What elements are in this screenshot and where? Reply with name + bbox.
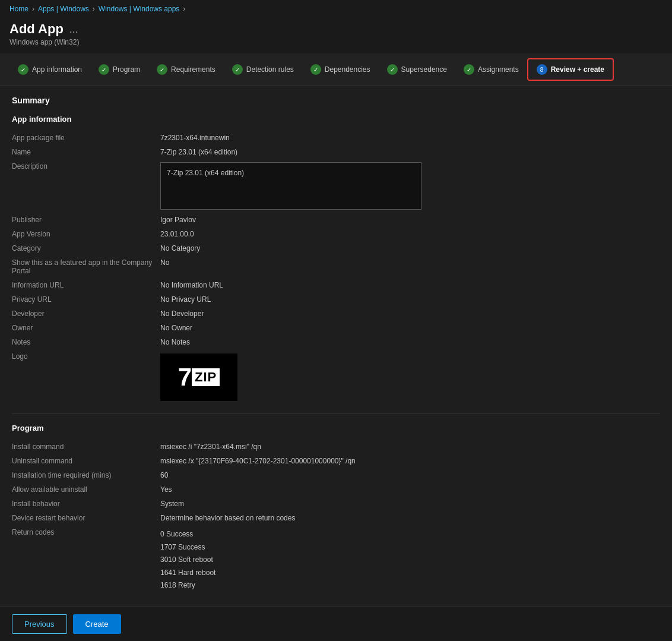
field-label-notes: Notes [12, 335, 160, 349]
main-content: Summary App information App package file… [0, 86, 672, 632]
field-label-featured-app: Show this as a featured app in the Compa… [12, 255, 160, 278]
table-row: Privacy URL No Privacy URL [12, 292, 660, 307]
table-row: Developer No Developer [12, 307, 660, 321]
logo-7zip-graphic: 7 ZIP [178, 365, 220, 390]
breadcrumb-windows[interactable]: Windows | Windows apps [99, 5, 180, 13]
program-table: Install command msiexec /i "7z2301-x64.m… [12, 440, 660, 595]
breadcrumb: Home › Apps | Windows › Windows | Window… [0, 0, 672, 18]
check-icon-app-information: ✓ [18, 64, 28, 75]
field-value-featured-app: No [160, 255, 660, 278]
table-row: Device restart behavior Determine behavi… [12, 511, 660, 525]
description-box: 7-Zip 23.01 (x64 edition) [160, 162, 421, 210]
page-header: Add App ... Windows app (Win32) [0, 18, 672, 53]
logo-7-text: 7 [178, 365, 192, 390]
tab-label-detection-rules: Detection rules [246, 65, 294, 74]
field-label-name: Name [12, 145, 160, 159]
table-row: Information URL No Information URL [12, 278, 660, 292]
field-value-developer: No Developer [160, 307, 660, 321]
tab-requirements[interactable]: ✓ Requirements [148, 59, 224, 80]
table-row: Allow available uninstall Yes [12, 482, 660, 497]
table-row: App package file 7z2301-x64.intunewin [12, 131, 660, 145]
summary-heading: Summary [12, 96, 660, 105]
table-row: Logo 7 ZIP [12, 349, 660, 404]
field-value-privacy-url: No Privacy URL [160, 292, 660, 307]
tab-app-information[interactable]: ✓ App information [9, 59, 90, 80]
field-value-install-behavior: System [160, 497, 660, 511]
tab-supersedence[interactable]: ✓ Supersedence [379, 59, 455, 80]
field-label-uninstall-command: Uninstall command [12, 454, 160, 468]
field-label-app-package-file: App package file [12, 131, 160, 145]
tab-assignments[interactable]: ✓ Assignments [455, 59, 527, 80]
tab-label-requirements: Requirements [171, 65, 215, 74]
table-row: Category No Category [12, 241, 660, 255]
field-value-uninstall-command: msiexec /x "{23170F69-40C1-2702-2301-000… [160, 454, 660, 468]
breadcrumb-home[interactable]: Home [9, 5, 28, 13]
check-icon-detection-rules: ✓ [232, 64, 243, 75]
field-label-allow-uninstall: Allow available uninstall [12, 482, 160, 497]
field-label-app-version: App Version [12, 227, 160, 241]
check-icon-review-create: 8 [537, 64, 547, 75]
field-value-description: 7-Zip 23.01 (x64 edition) [160, 159, 660, 213]
field-label-publisher: Publisher [12, 213, 160, 227]
check-icon-program: ✓ [99, 64, 109, 75]
table-row: Show this as a featured app in the Compa… [12, 255, 660, 278]
tab-label-review-create: Review + create [551, 65, 604, 74]
page-title: Add App [9, 21, 64, 37]
tab-detection-rules[interactable]: ✓ Detection rules [224, 59, 302, 80]
table-row: Description 7-Zip 23.01 (x64 edition) [12, 159, 660, 213]
field-label-privacy-url: Privacy URL [12, 292, 160, 307]
field-value-owner: No Owner [160, 321, 660, 335]
create-button[interactable]: Create [73, 614, 121, 634]
tab-review-create[interactable]: 8 Review + create [527, 58, 614, 81]
ellipsis-menu[interactable]: ... [69, 23, 78, 36]
logo-zip-text: ZIP [192, 368, 220, 386]
field-label-category: Category [12, 241, 160, 255]
table-row: Owner No Owner [12, 321, 660, 335]
tab-label-program: Program [113, 65, 140, 74]
field-label-info-url: Information URL [12, 278, 160, 292]
field-value-return-codes: 0 Success 1707 Success 3010 Soft reboot … [160, 525, 660, 595]
field-value-install-time: 60 [160, 468, 660, 482]
table-row: Publisher Igor Pavlov [12, 213, 660, 227]
app-logo: 7 ZIP [160, 353, 237, 401]
field-label-install-time: Installation time required (mins) [12, 468, 160, 482]
field-value-info-url: No Information URL [160, 278, 660, 292]
tab-label-supersedence: Supersedence [401, 65, 447, 74]
tab-dependencies[interactable]: ✓ Dependencies [302, 59, 379, 80]
table-row: Uninstall command msiexec /x "{23170F69-… [12, 454, 660, 468]
check-icon-requirements: ✓ [157, 64, 167, 75]
field-value-notes: No Notes [160, 335, 660, 349]
table-row: App Version 23.01.00.0 [12, 227, 660, 241]
table-row: Name 7-Zip 23.01 (x64 edition) [12, 145, 660, 159]
field-value-app-package-file: 7z2301-x64.intunewin [160, 131, 660, 145]
check-icon-assignments: ✓ [464, 64, 474, 75]
return-codes-list: 0 Success 1707 Success 3010 Soft reboot … [160, 528, 655, 592]
field-value-category: No Category [160, 241, 660, 255]
check-icon-dependencies: ✓ [310, 64, 321, 75]
field-value-app-version: 23.01.00.0 [160, 227, 660, 241]
table-row: Return codes 0 Success 1707 Success 3010… [12, 525, 660, 595]
page-subtitle: Windows app (Win32) [9, 38, 663, 46]
app-information-table: App package file 7z2301-x64.intunewin Na… [12, 131, 660, 404]
tab-program[interactable]: ✓ Program [90, 59, 148, 80]
tab-label-app-information: App information [32, 65, 82, 74]
breadcrumb-apps[interactable]: Apps | Windows [38, 5, 89, 13]
table-row: Installation time required (mins) 60 [12, 468, 660, 482]
field-value-install-command: msiexec /i "7z2301-x64.msi" /qn [160, 440, 660, 454]
field-value-name: 7-Zip 23.01 (x64 edition) [160, 145, 660, 159]
wizard-tabs: ✓ App information ✓ Program ✓ Requiremen… [0, 53, 672, 86]
table-row: Install behavior System [12, 497, 660, 511]
section-divider [12, 413, 660, 414]
field-value-publisher: Igor Pavlov [160, 213, 660, 227]
field-label-logo: Logo [12, 349, 160, 404]
previous-button[interactable]: Previous [12, 614, 67, 634]
tab-label-dependencies: Dependencies [325, 65, 370, 74]
table-row: Install command msiexec /i "7z2301-x64.m… [12, 440, 660, 454]
table-row: Notes No Notes [12, 335, 660, 349]
field-label-device-restart: Device restart behavior [12, 511, 160, 525]
field-label-description: Description [12, 159, 160, 213]
app-information-section-heading: App information [12, 115, 660, 124]
field-label-developer: Developer [12, 307, 160, 321]
bottom-bar: Previous Create [0, 607, 672, 641]
field-value-logo: 7 ZIP [160, 349, 660, 404]
